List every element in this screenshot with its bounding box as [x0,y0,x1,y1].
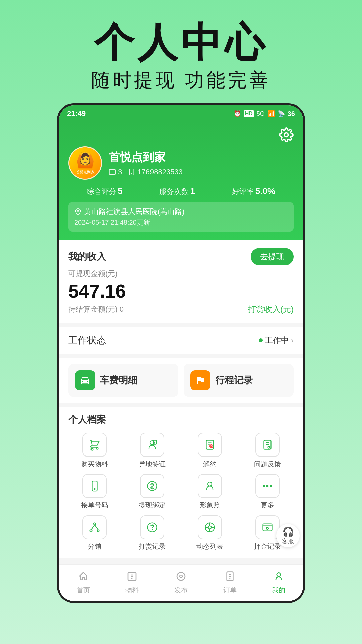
grid-item-dynamic-list[interactable]: 动态列表 [184,515,236,551]
work-status-card[interactable]: 工作状态 工作中 › [59,327,303,354]
quick-actions: 车费明细 行程记录 [59,358,303,402]
grid-item-distribution[interactable]: 分销 [68,515,121,551]
svg-point-26 [90,530,92,532]
status-icons: ⏰ HD 5G 📶 📡 36 [234,110,295,118]
stat-positive-label: 好评率 [232,187,254,196]
svg-point-46 [277,573,281,576]
hd-icon: HD [244,110,254,117]
car-fee-icon [75,370,95,390]
mine-icon [273,571,284,584]
stat-service-value: 1 [190,186,195,196]
work-status-text: 工作中 [265,335,289,346]
stat-service-label: 服务次数 [159,187,189,196]
photo-label: 形象照 [200,501,220,510]
pending-amount: 待结算金额(元) 0 [68,304,124,314]
marketing-title: 个人中心 [0,20,362,64]
user-meta: 3 17698823533 [109,168,294,176]
trip-record-label: 行程记录 [215,374,253,387]
bottom-nav: 首页 物料 发布 订单 我的 [59,564,303,601]
customer-service-icon: 🎧 [282,526,294,537]
profile-section-title: 个人档案 [68,413,294,426]
grid-item-feedback[interactable]: 问题反馈 [241,433,294,469]
svg-point-21 [208,482,212,486]
marketing-subtitle: 随时提现 功能完善 [0,68,362,93]
header-section: 🙆 首悦点到家 首悦点到家 3 17698823533 [59,122,303,240]
stat-service: 服务次数 1 [159,186,195,197]
grid-item-bind-withdraw[interactable]: 提现绑定 [126,474,178,510]
nav-item-mine[interactable]: 我的 [254,571,303,595]
tip-income[interactable]: 打赏收入(元) [248,304,294,315]
dynamic-list-label: 动态列表 [196,542,223,551]
work-status-right: 工作中 › [259,335,294,346]
marketing-header: 个人中心 随时提现 功能完善 [0,0,362,103]
phone-number-label: 接单号码 [81,501,108,510]
stat-rating-label: 综合评分 [87,187,116,196]
remote-sign-label: 异地签证 [139,460,166,469]
dynamic-list-icon [198,515,222,539]
trip-record-icon [190,370,210,390]
header-top-row [68,127,294,142]
svg-point-41 [180,575,182,578]
nav-item-publish[interactable]: 发布 [157,571,205,595]
stat-rating-value: 5 [118,186,122,196]
nav-item-materials[interactable]: 物料 [108,571,157,595]
settings-icon[interactable] [279,127,294,142]
svg-point-38 [266,527,268,529]
clock-icon: ⏰ [234,110,241,117]
phone-number-icon [82,474,107,498]
bind-withdraw-icon [140,474,164,498]
svg-point-22 [263,485,265,487]
work-status-dot [259,338,263,342]
distribution-icon [82,515,107,539]
grid-item-terminate[interactable]: 解约 [184,433,236,469]
bind-withdraw-label: 提现绑定 [139,501,166,510]
svg-point-0 [285,133,288,137]
nav-item-orders[interactable]: 订单 [205,571,254,595]
car-fee-label: 车费明细 [100,374,137,387]
svg-line-29 [95,525,98,530]
stat-positive: 好评率 5.0% [232,186,276,197]
customer-service-button[interactable]: 🎧 客服 [276,524,300,547]
status-bar: 21:49 ⏰ HD 5G 📶 📡 36 [59,105,303,122]
nav-label-orders: 订单 [223,586,237,595]
grid-item-more[interactable]: 更多 [241,474,294,510]
remote-sign-icon [140,433,164,457]
location-update: 2024-05-17 21:48:20更新 [74,218,288,227]
nav-item-home[interactable]: 首页 [59,571,108,595]
income-footer: 待结算金额(元) 0 打赏收入(元) [68,304,294,315]
user-details: 首悦点到家 3 17698823533 [109,150,294,176]
terminate-icon [198,433,222,457]
buy-materials-icon [82,433,107,457]
grid-item-tip-record[interactable]: 打赏记录 [126,515,178,551]
income-card: 我的收入 去提现 可提现金额(元) 547.16 待结算金额(元) 0 打赏收入… [59,240,303,323]
svg-point-4 [131,174,132,174]
avatar[interactable]: 🙆 首悦点到家 [68,146,102,180]
svg-point-32 [208,526,212,529]
more-label: 更多 [261,501,274,510]
income-available-label: 可提现金额(元) [68,269,294,279]
grid-item-buy-materials[interactable]: 购买物料 [68,433,121,469]
publish-icon [176,571,186,584]
location-card: 黄山路社旗县人民医院(嵩山路) 2024-05-17 21:48:20更新 [68,202,294,232]
income-amount: 547.16 [68,280,294,302]
svg-point-25 [94,523,96,525]
feedback-icon [255,433,280,457]
quick-action-trip-record[interactable]: 行程记录 [184,364,294,397]
withdraw-button[interactable]: 去提现 [251,248,294,265]
grid-item-photo[interactable]: 形象照 [184,474,236,510]
profile-section: 个人档案 购买物料 异地签证 [59,407,303,558]
stat-positive-value: 5.0% [255,186,275,196]
materials-icon [127,571,137,584]
photo-icon [198,474,222,498]
signal-icon: 📶 [267,110,275,117]
grid-item-remote-sign[interactable]: 异地签证 [126,433,178,469]
grid-item-phone-number[interactable]: 接单号码 [68,474,121,510]
svg-point-40 [177,572,185,580]
svg-point-17 [268,446,270,448]
location-main: 黄山路社旗县人民医院(嵩山路) [74,207,288,217]
nav-label-home: 首页 [77,586,90,595]
profile-grid: 购买物料 异地签证 解约 [68,433,294,551]
quick-action-car-fee[interactable]: 车费明细 [68,364,178,397]
buy-materials-label: 购买物料 [81,460,108,469]
user-info-row: 🙆 首悦点到家 首悦点到家 3 17698823533 [68,146,294,180]
